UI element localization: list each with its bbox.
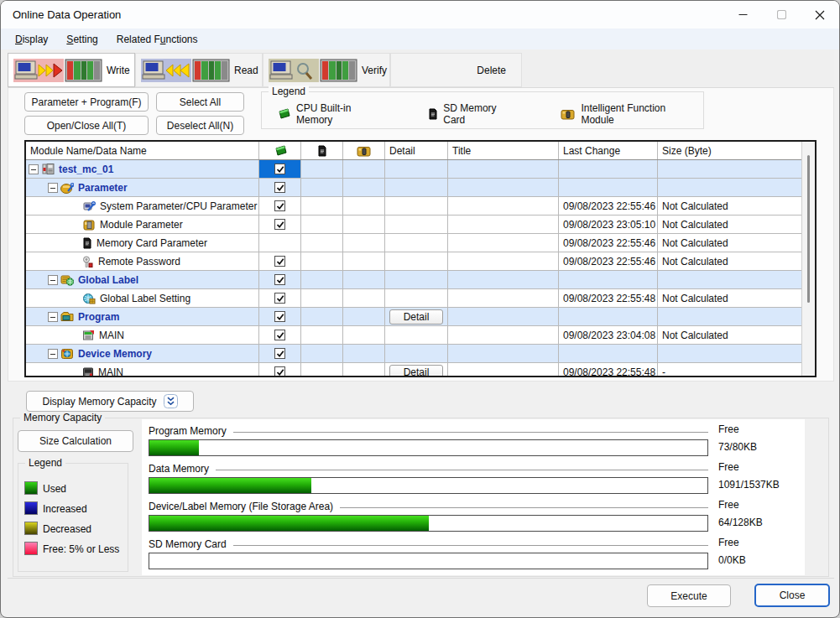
tree-name-cell: Global Label Setting <box>26 289 259 307</box>
intelligent-module-cell <box>343 345 385 362</box>
memory-bar-group-data-memory: Data Memory <box>149 463 708 475</box>
intelligent-module-cell <box>343 160 385 178</box>
last-change-cell: 09/08/2023 23:04:08 <box>559 326 658 344</box>
table-row[interactable]: Memory Card Parameter09/08/2023 22:55:46… <box>26 234 801 252</box>
tree-name-cell: Module Parameter <box>26 216 259 233</box>
toolbar-tab-verify[interactable]: Verify <box>263 53 390 87</box>
sd-card-cell <box>301 326 343 344</box>
tree-item-label: MAIN <box>99 330 124 341</box>
menu-item-setting[interactable]: Setting <box>57 31 107 48</box>
scrollbar-thumb[interactable] <box>807 155 810 303</box>
toolbar-tab-read[interactable]: Read <box>135 53 263 87</box>
table-row[interactable]: MAINDetail09/08/2023 22:55:48- <box>26 363 801 376</box>
table-row[interactable]: ProgramDetail <box>26 308 801 326</box>
detail-button[interactable]: Detail <box>389 309 443 325</box>
tree-name-cell: System Parameter/CPU Parameter <box>26 197 259 215</box>
row-checkbox[interactable] <box>274 348 285 359</box>
open-close-all-button[interactable]: Open/Close All(T) <box>24 116 149 135</box>
menu-item-related-functions[interactable]: Related Functions <box>107 31 207 48</box>
detail-cell <box>385 252 448 270</box>
tree-name-cell: MAIN <box>26 326 259 344</box>
deselect-all-button[interactable]: Deselect All(N) <box>156 116 244 135</box>
row-checkbox[interactable] <box>274 330 285 340</box>
detail-cell <box>385 326 448 344</box>
title-cell <box>448 345 559 362</box>
toolbar-tab-delete[interactable]: Delete <box>390 53 522 87</box>
detail-cell <box>385 197 448 215</box>
global-label-icon <box>60 274 74 286</box>
table-row[interactable]: Global Label Setting09/08/2023 22:55:48N… <box>26 289 801 308</box>
close-button[interactable]: Close <box>754 584 830 607</box>
title-cell <box>448 234 559 252</box>
tree-expander-icon[interactable] <box>48 312 58 322</box>
row-checkbox[interactable] <box>274 366 285 376</box>
detail-cell: Detail <box>385 308 448 325</box>
title-cell <box>448 252 559 270</box>
tree-expander-icon[interactable] <box>29 164 39 174</box>
table-row[interactable]: Parameter <box>26 179 801 197</box>
size-cell <box>658 308 801 325</box>
table-scrollbar[interactable] <box>801 142 815 376</box>
row-checkbox[interactable] <box>274 200 285 211</box>
table-row[interactable]: Module Parameter09/08/2023 23:05:10Not C… <box>26 216 801 234</box>
title-cell <box>448 326 559 344</box>
title-cell <box>448 197 559 215</box>
last-change-cell <box>559 160 658 178</box>
display-memory-capacity-button[interactable]: Display Memory Capacity <box>26 391 194 412</box>
sd-card-cell <box>301 308 343 325</box>
detail-button[interactable]: Detail <box>389 365 443 377</box>
parameter-program-button[interactable]: Parameter + Program(F) <box>24 92 149 112</box>
checkbox-cell <box>259 160 301 178</box>
row-checkbox[interactable] <box>274 164 285 174</box>
minimize-button[interactable] <box>723 1 762 29</box>
table-row[interactable]: test_mc_01 <box>26 160 801 179</box>
title-bar: Online Data Operation <box>1 1 839 29</box>
sd-card-cell <box>301 271 343 288</box>
close-icon <box>815 10 825 20</box>
table-row[interactable]: System Parameter/CPU Parameter09/08/2023… <box>26 197 801 216</box>
select-all-button[interactable]: Select All <box>156 92 244 112</box>
maximize-icon <box>777 10 786 19</box>
execute-button[interactable]: Execute <box>647 584 731 607</box>
tree-item-label: Module Parameter <box>100 219 183 231</box>
device-memory-main-icon <box>82 366 94 377</box>
intelligent-module-cell <box>343 252 385 270</box>
memory-bar-data-memory <box>149 477 708 494</box>
table-header-row: Module Name/Data NameDetailTitleLast Cha… <box>26 142 801 160</box>
toolbar: WriteReadVerifyDelete <box>8 53 522 87</box>
checkbox-cell <box>259 308 301 325</box>
size-cell <box>658 345 801 362</box>
row-checkbox[interactable] <box>274 293 285 304</box>
row-checkbox[interactable] <box>274 274 285 285</box>
checkbox-cell <box>259 271 301 288</box>
close-window-button[interactable] <box>801 1 839 29</box>
tree-item-label: Program <box>78 311 119 323</box>
table-row[interactable]: MAIN09/08/2023 23:04:08Not Calculated <box>26 326 801 345</box>
tree-expander-icon[interactable] <box>48 349 58 359</box>
tree-expander-icon[interactable] <box>48 183 58 193</box>
toolbar-tab-write[interactable]: Write <box>8 53 135 87</box>
table-row[interactable]: Global Label <box>26 271 801 289</box>
row-checkbox[interactable] <box>274 256 285 267</box>
maximize-button[interactable] <box>762 1 801 29</box>
sd-card-cell <box>301 234 343 252</box>
table-header: Module Name/Data NameDetailTitleLast Cha… <box>26 142 801 160</box>
toolbar-tab-label: Delete <box>477 65 506 76</box>
tree-name-cell: Memory Card Parameter <box>26 234 259 252</box>
row-checkbox[interactable] <box>274 182 285 193</box>
memory-legend-title: Legend <box>25 457 65 469</box>
execute-label: Execute <box>670 590 707 602</box>
size-calculation-button[interactable]: Size Calculation <box>18 430 133 452</box>
free-value: 64/128KB <box>718 517 763 528</box>
tree-expander-icon[interactable] <box>48 275 58 285</box>
row-checkbox[interactable] <box>274 219 285 230</box>
detail-cell <box>385 179 448 196</box>
title-cell <box>448 160 559 178</box>
cpu-built-in-memory-icon <box>277 108 290 119</box>
row-checkbox[interactable] <box>274 311 285 322</box>
menu-item-display[interactable]: Display <box>6 31 57 48</box>
free-title: Free <box>718 461 739 473</box>
table-row[interactable]: Device Memory <box>26 345 801 363</box>
legend-item-label: SD Memory Card <box>443 102 512 126</box>
table-row[interactable]: Remote Password09/08/2023 22:55:46Not Ca… <box>26 252 801 271</box>
